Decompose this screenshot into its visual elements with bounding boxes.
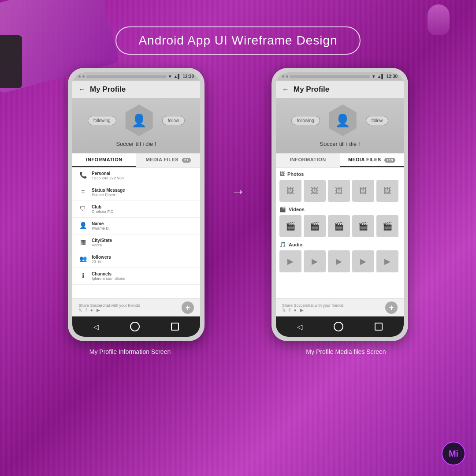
- media-audio: 🎵 Audio ▶ ▶ ▶ ▶ ▶: [279, 242, 400, 272]
- phone-left: ▼ ▲▌ 12:30 ← My Profile following 👤 foll…: [68, 68, 205, 341]
- phone-right: ▼ ▲▌ 12:30 ← My Profile following 👤 foll…: [271, 68, 408, 341]
- status-bar-left: ▼ ▲▌ 12:30: [72, 72, 200, 81]
- info-followers: 👥 followers 23.1k: [72, 251, 200, 268]
- info-personal: 📞 Personal +233 243 272 938: [72, 167, 200, 184]
- profile-bio-left: Soccer till i die !: [116, 141, 156, 147]
- app-title-right: My Profile: [294, 85, 329, 94]
- audio-thumb-5[interactable]: ▶: [376, 250, 398, 272]
- share-text-left: Share Soccerchat with your friends: [78, 303, 140, 308]
- info-status: ≡ Status Message Soccer Fever !: [72, 184, 200, 201]
- nav-home-right[interactable]: [334, 322, 343, 331]
- nav-recent-left[interactable]: [171, 323, 179, 331]
- video-thumb-5[interactable]: 🎬: [376, 215, 398, 237]
- app-header-right: ← My Profile: [276, 81, 404, 98]
- time-left: 12:30: [182, 74, 194, 79]
- info-name: 👤 Name Kwame B.: [72, 218, 200, 234]
- info-club: 🛡 Club Chelsea F.C.: [72, 201, 200, 218]
- follow-button-left[interactable]: follow: [162, 116, 185, 125]
- time-right: 12:30: [386, 74, 398, 79]
- audio-thumb-3[interactable]: ▶: [328, 250, 350, 272]
- channels-value: Iplorem sum dlome: [92, 276, 126, 281]
- youtube-icon-right[interactable]: ▶: [300, 308, 304, 312]
- photos-thumbs: 🖼 🖼 🖼 🖼 🖼: [279, 180, 400, 202]
- facebook-icon-right[interactable]: f: [289, 308, 290, 312]
- avatar-right: 👤: [327, 104, 359, 136]
- name-icon: 👤: [78, 222, 87, 229]
- tab-information-right[interactable]: INFORMATION: [276, 153, 340, 167]
- profile-row-left: following 👤 follow: [88, 104, 185, 136]
- photo-thumb-4[interactable]: 🖼: [352, 180, 374, 202]
- phones-row: ▼ ▲▌ 12:30 ← My Profile following 👤 foll…: [68, 68, 408, 341]
- signal-icon-r: ▼ ▲▌: [372, 74, 385, 79]
- avatar-left: 👤: [123, 104, 155, 136]
- audio-thumb-1[interactable]: ▶: [279, 250, 301, 272]
- follow-button-right[interactable]: follow: [366, 116, 389, 125]
- share-icons-right: 𝕏 f ● ▶: [282, 308, 344, 312]
- status-icon: ≡: [78, 188, 87, 195]
- club-icon: 🛡: [78, 205, 87, 212]
- videos-header: 🎬 Videos: [279, 206, 400, 212]
- twitter-icon-right[interactable]: 𝕏: [282, 308, 286, 312]
- tab-media-right[interactable]: MEDIA FILES 215: [340, 153, 404, 167]
- video-thumb-2[interactable]: 🎬: [304, 215, 326, 237]
- dot2r: [286, 75, 288, 78]
- audio-icon: 🎵: [279, 242, 286, 248]
- channels-label: Channels: [92, 271, 126, 276]
- app-header-left: ← My Profile: [72, 81, 200, 98]
- nav-back-left[interactable]: ◁: [93, 323, 99, 331]
- videos-thumbs: 🎬 🎬 🎬 🎬 🎬: [279, 215, 400, 237]
- nav-recent-right[interactable]: [375, 323, 383, 331]
- club-label: Club: [92, 205, 115, 209]
- profile-row-right: following 👤 follow: [291, 104, 389, 136]
- nav-home-left[interactable]: [130, 322, 140, 331]
- status-value: Soccer Fever !: [92, 193, 125, 197]
- tab-media-left[interactable]: MEDIA FILES 21: [136, 153, 200, 167]
- tabs-right: INFORMATION MEDIA FILES 215: [276, 153, 404, 167]
- caption-left: My Profile Information Screen: [62, 348, 198, 355]
- profile-section-left: following 👤 follow Soccer till i die !: [72, 98, 200, 153]
- photo-thumb-2[interactable]: 🖼: [304, 180, 326, 202]
- profile-section-right: following 👤 follow Soccer till i die !: [276, 98, 404, 153]
- photo-thumb-3[interactable]: 🖼: [328, 180, 350, 202]
- club-value: Chelsea F.C.: [92, 209, 115, 214]
- photo-thumb-5[interactable]: 🖼: [376, 180, 398, 202]
- status-right-right: ▼ ▲▌ 12:30: [372, 74, 398, 79]
- caption-right: My Profile Media files Screen: [278, 348, 414, 355]
- video-thumb-1[interactable]: 🎬: [279, 215, 301, 237]
- videos-icon: 🎬: [279, 206, 286, 212]
- nav-back-right[interactable]: ◁: [297, 323, 302, 331]
- page-title: Android App UI Wireframe Design: [138, 33, 337, 47]
- audio-thumb-2[interactable]: ▶: [304, 250, 326, 272]
- media-videos: 🎬 Videos 🎬 🎬 🎬 🎬 🎬: [279, 206, 400, 237]
- pinterest-icon-right[interactable]: ●: [294, 308, 297, 312]
- facebook-icon-left[interactable]: f: [86, 308, 87, 312]
- captions-row: My Profile Information Screen My Profile…: [62, 348, 414, 355]
- info-channels: ℹ Channels Iplorem sum dlome: [72, 268, 200, 285]
- following-button-right[interactable]: following: [291, 116, 320, 125]
- tab-badge-left: 21: [182, 158, 191, 163]
- status-dots-right: [282, 75, 288, 78]
- back-button-left[interactable]: ←: [78, 86, 86, 93]
- dot1r: [282, 75, 284, 78]
- city-value: Accra: [92, 243, 112, 247]
- tab-badge-right: 215: [384, 158, 395, 163]
- share-icons-left: 𝕏 f ● ▶: [78, 308, 140, 312]
- main-content: Android App UI Wireframe Design ▼ ▲▌ 12:…: [0, 0, 476, 476]
- video-thumb-4[interactable]: 🎬: [352, 215, 374, 237]
- following-button-left[interactable]: following: [88, 116, 116, 125]
- audio-thumb-4[interactable]: ▶: [352, 250, 374, 272]
- tab-information-left[interactable]: INFORMATION: [72, 153, 136, 167]
- video-thumb-3[interactable]: 🎬: [328, 215, 350, 237]
- info-list-left: 📞 Personal +233 243 272 938 ≡ Status Mes…: [72, 167, 200, 298]
- nav-bar-left: ◁: [72, 316, 200, 337]
- photos-label: Photos: [287, 171, 304, 177]
- fab-button-right[interactable]: +: [385, 301, 398, 314]
- back-button-right[interactable]: ←: [282, 86, 289, 93]
- photo-thumb-1[interactable]: 🖼: [279, 180, 301, 202]
- pinterest-icon-left[interactable]: ●: [90, 308, 93, 312]
- fab-button-left[interactable]: +: [182, 301, 194, 314]
- youtube-icon-left[interactable]: ▶: [97, 308, 100, 312]
- twitter-icon-left[interactable]: 𝕏: [78, 308, 82, 312]
- share-bar-left: Share Soccerchat with your friends 𝕏 f ●…: [72, 298, 200, 316]
- status-bar-right: ▼ ▲▌ 12:30: [276, 72, 404, 81]
